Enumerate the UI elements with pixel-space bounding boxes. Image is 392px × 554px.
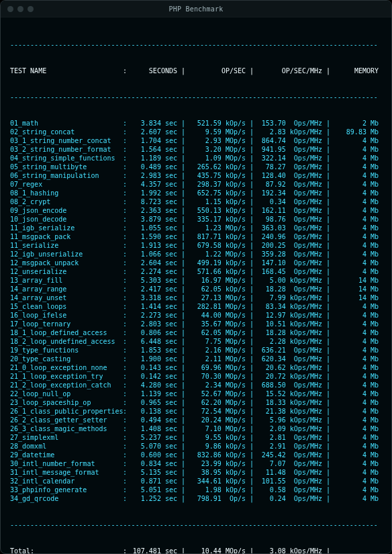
cell-seconds: 5.051 sec bbox=[129, 486, 177, 494]
cell-seconds: 1.992 sec bbox=[129, 189, 177, 197]
cell-opsecmhz: 2.28 kOps/MHz bbox=[254, 337, 322, 346]
cell-memory: 4 Mb bbox=[330, 363, 379, 372]
table-row: 29_datetime:0.600 sec |832.86 kOp/s |245… bbox=[10, 451, 382, 459]
cell-seconds: 6.448 sec bbox=[129, 337, 177, 346]
cell-name: 29_datetime bbox=[10, 451, 123, 459]
cell-opsec: 27.13 MOp/s bbox=[185, 293, 246, 302]
cell-seconds: 4.357 sec bbox=[129, 180, 177, 189]
cell-memory: 4 Mb bbox=[330, 381, 379, 389]
table-row: 26_2_class_getter_setter:0.494 sec |20.2… bbox=[10, 416, 382, 424]
cell-memory: 4 Mb bbox=[330, 145, 379, 154]
cell-opsecmhz: 864.74 Ops/MHz bbox=[254, 136, 322, 145]
cell-opsec: 70.30 MOp/s bbox=[185, 372, 246, 381]
cell-opsec: 335.17 kOp/s bbox=[185, 215, 246, 224]
cell-seconds: 1.408 sec bbox=[129, 424, 177, 433]
cell-memory: 4 Mb bbox=[330, 372, 379, 381]
total-row: Total::107.481 sec |10.44 MOp/s |3.08 kO… bbox=[10, 547, 382, 554]
cell-opsec: 652.75 kOp/s bbox=[185, 189, 246, 197]
cell-opsecmhz: 162.11 Ops/MHz bbox=[254, 206, 322, 215]
cell-name: 08_1_hashing bbox=[10, 189, 123, 197]
cell-memory: 89.83 Mb bbox=[330, 128, 379, 136]
cell-name: 21_1_loop_exception_try bbox=[10, 372, 123, 381]
header-colon: : bbox=[123, 66, 129, 75]
cell-opsec: 817.71 kOp/s bbox=[185, 232, 246, 241]
total-seconds: 107.481 sec bbox=[129, 547, 177, 554]
table-row: 12_unserialize:2.274 sec |571.66 kOp/s |… bbox=[10, 267, 382, 276]
table-row: 17_loop_ternary:2.803 sec |35.67 MOp/s |… bbox=[10, 320, 382, 328]
cell-opsec: 798.91 Op/s bbox=[185, 494, 246, 503]
table-row: 28_domxml:5.070 sec |9.86 kOp/s |2.91 Op… bbox=[10, 442, 382, 451]
cell-opsecmhz: 11.48 Ops/MHz bbox=[254, 468, 322, 477]
cell-opsec: 1.09 MOp/s bbox=[185, 154, 246, 163]
cell-memory: 4 Mb bbox=[330, 206, 379, 215]
cell-memory: 4 Mb bbox=[330, 215, 379, 224]
cell-opsec: 23.99 kOp/s bbox=[185, 459, 246, 468]
table-row: 22_loop_null_op:1.139 sec |52.67 MOp/s |… bbox=[10, 389, 382, 398]
table-row: 19_type_functions:1.853 sec |2.16 MOp/s … bbox=[10, 346, 382, 355]
cell-seconds: 2.607 sec bbox=[129, 128, 177, 136]
cell-opsec: 679.58 kOp/s bbox=[185, 241, 246, 250]
cell-memory: 4 Mb bbox=[330, 189, 379, 197]
cell-opsec: 62.05 MOp/s bbox=[185, 328, 246, 337]
header-pipe-3: | bbox=[322, 66, 330, 75]
cell-memory: 4 Mb bbox=[330, 180, 379, 189]
cell-memory: 4 Mb bbox=[330, 459, 379, 468]
cell-opsecmhz: 128.40 Ops/MHz bbox=[254, 171, 322, 180]
cell-opsecmhz: 363.03 Ops/MHz bbox=[254, 224, 322, 232]
cell-memory: 4 Mb bbox=[330, 494, 379, 503]
cell-name: 03_1_string_number_concat bbox=[10, 136, 123, 145]
table-row: 14_array_unset:3.318 sec |27.13 MOp/s |7… bbox=[10, 293, 382, 302]
cell-name: 12_igb_unserialize bbox=[10, 250, 123, 259]
cell-memory: 4 Mb bbox=[330, 136, 379, 145]
cell-opsec: 571.66 kOp/s bbox=[185, 267, 246, 276]
cell-seconds: 1.252 sec bbox=[129, 494, 177, 503]
cell-name: 22_loop_null_op bbox=[10, 389, 123, 398]
cell-name: 33_phpinfo_generate bbox=[10, 486, 123, 494]
cell-seconds: 1.189 sec bbox=[129, 154, 177, 163]
table-row: 03_1_string_number_concat:1.704 sec |2.9… bbox=[10, 136, 382, 145]
cell-memory: 14 Mb bbox=[330, 276, 379, 285]
cell-opsec: 52.67 MOp/s bbox=[185, 389, 246, 398]
table-row: 31_intl_message_format:5.135 sec |38.95 … bbox=[10, 468, 382, 477]
cell-opsec: 2.16 MOp/s bbox=[185, 346, 246, 355]
table-row: 04_string_simple_functions:1.189 sec |1.… bbox=[10, 154, 382, 163]
cell-seconds: 0.871 sec bbox=[129, 477, 177, 486]
cell-opsecmhz: 688.50 Ops/MHz bbox=[254, 381, 322, 389]
cell-opsecmhz: 83.34 kOps/MHz bbox=[254, 302, 322, 311]
cell-name: 06_string_manipulation bbox=[10, 171, 123, 180]
cell-memory: 4 Mb bbox=[330, 346, 379, 355]
table-row: 02_string_concat:2.607 sec |9.59 MOp/s |… bbox=[10, 128, 382, 136]
cell-memory: 4 Mb bbox=[330, 163, 379, 171]
cell-opsecmhz: 7.99 kOps/MHz bbox=[254, 293, 322, 302]
cell-opsecmhz: 5.00 kOps/MHz bbox=[254, 276, 322, 285]
cell-seconds: 8.723 sec bbox=[129, 197, 177, 206]
cell-name: 30_intl_number_format bbox=[10, 459, 123, 468]
cell-opsecmhz: 18.28 Ops/MHz bbox=[254, 285, 322, 293]
cell-seconds: 0.806 sec bbox=[129, 328, 177, 337]
cell-opsecmhz: 2.83 kOps/MHz bbox=[254, 128, 322, 136]
cell-seconds: 1.590 sec bbox=[129, 232, 177, 241]
cell-name: 12_unserialize bbox=[10, 267, 123, 276]
cell-opsec: 62.05 kOp/s bbox=[185, 285, 246, 293]
cell-seconds: 2.803 sec bbox=[129, 320, 177, 328]
cell-memory: 4 Mb bbox=[330, 224, 379, 232]
cell-memory: 4 Mb bbox=[330, 171, 379, 180]
cell-opsec: 9.55 kOp/s bbox=[185, 433, 246, 442]
cell-name: 23_loop_spaceship_op bbox=[10, 398, 123, 407]
cell-name: 09_json_encode bbox=[10, 206, 123, 215]
cell-memory: 4 Mb bbox=[330, 328, 379, 337]
table-row: 21_0_loop_exception_none:0.143 sec |69.9… bbox=[10, 363, 382, 372]
cell-opsec: 521.59 kOp/s bbox=[185, 119, 246, 128]
cell-opsec: 1.22 MOp/s bbox=[185, 250, 246, 259]
cell-opsec: 3.20 MOp/s bbox=[185, 145, 246, 154]
cell-memory: 14 Mb bbox=[330, 293, 379, 302]
col-opsecmhz: OP/SEC/MHz bbox=[254, 66, 322, 75]
cell-opsec: 1.98 kOp/s bbox=[185, 486, 246, 494]
header-pipe-1: | bbox=[177, 66, 185, 75]
cell-seconds: 4.280 sec bbox=[129, 381, 177, 389]
total-opsecmhz: 3.08 kOps/MHz bbox=[254, 547, 322, 554]
window-titlebar[interactable]: PHP Benchmark bbox=[1, 1, 391, 17]
cell-opsecmhz: 18.28 kOps/MHz bbox=[254, 328, 322, 337]
table-row: 26_1_class_public_properties:0.138 sec |… bbox=[10, 407, 382, 416]
cell-seconds: 1.704 sec bbox=[129, 136, 177, 145]
